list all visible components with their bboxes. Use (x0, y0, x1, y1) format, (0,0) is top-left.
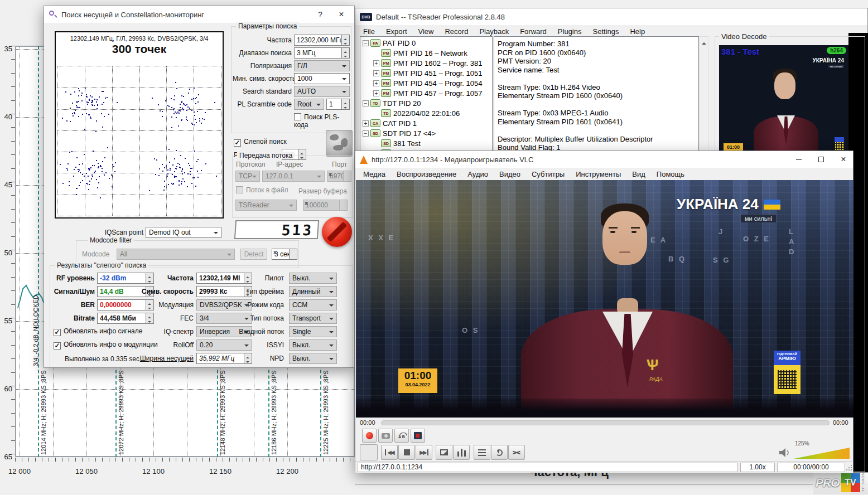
expand-icon[interactable]: + (373, 90, 379, 96)
playlist-button[interactable] (474, 445, 490, 460)
expand-icon[interactable]: + (373, 60, 379, 66)
constellation-point (95, 171, 96, 172)
constellation-point (76, 105, 77, 106)
close-icon[interactable]: × (332, 6, 351, 23)
tree-item[interactable]: +PMPMT PID 457 – Progr. 1057 (360, 88, 492, 98)
detect-interval-spinner[interactable]: 3 сек (272, 249, 297, 260)
stop-icon[interactable] (322, 217, 352, 247)
collapse-icon[interactable]: − (363, 130, 369, 137)
minimize-icon[interactable] (789, 151, 808, 168)
menu-item-file[interactable]: File (358, 26, 380, 37)
snapshot-button[interactable] (378, 429, 393, 443)
detect-button[interactable]: Detect (240, 249, 267, 260)
menu-item-plugins[interactable]: Plugins (552, 26, 587, 37)
result-select[interactable]: Длинный (289, 286, 337, 297)
update-signal-checkbox[interactable]: ✓Обновлять инфо сигнале (54, 327, 142, 336)
speaker-icon[interactable] (778, 448, 790, 458)
seek-bar[interactable] (381, 420, 830, 425)
menu-item-help[interactable]: Help (624, 26, 650, 37)
status-url[interactable]: http://127.0.0.1:1234 (358, 463, 738, 472)
expand-icon[interactable]: + (373, 80, 379, 86)
tsreader-titlebar[interactable]: DVB Default -- TSReader Professional 2.8… (355, 8, 867, 25)
result-select[interactable]: Transport (289, 313, 337, 324)
param-spinner[interactable]: 3 МГц (294, 47, 350, 59)
tree-item[interactable]: +PMPMT PID 451 – Progr. 1051 (360, 68, 492, 78)
param-select[interactable]: Root (294, 99, 324, 110)
tree-item[interactable]: −TDTDT PID 20 (360, 98, 492, 108)
ab-loop-button[interactable]: A B (394, 429, 409, 443)
expand-icon[interactable]: + (363, 120, 369, 127)
param-spinner[interactable]: 12302,000 МГц (294, 35, 350, 46)
record-button[interactable] (362, 429, 377, 443)
tree-item[interactable]: +PMPMT PID 1602 – Progr. 381 (360, 58, 492, 68)
vlc-menu-item[interactable]: Медиа (358, 169, 391, 179)
next-button[interactable]: ▶▶ (416, 445, 432, 460)
port-spinner[interactable]: 6970 (327, 171, 351, 182)
frame-step-button[interactable] (411, 429, 425, 443)
help-button[interactable]: ? (311, 6, 330, 23)
vlc-menu-item[interactable]: Помощь (651, 169, 690, 179)
menu-item-export[interactable]: Export (380, 26, 413, 37)
stop-button[interactable] (398, 445, 415, 460)
vlc-menu-item[interactable]: Воспроизведение (391, 169, 462, 179)
carrier-width-link[interactable]: Ширина несущей (134, 353, 194, 364)
pls-box[interactable] (294, 113, 301, 120)
param-select[interactable]: 1000 (294, 73, 350, 84)
shuffle-button[interactable] (508, 445, 525, 460)
param-select[interactable]: AUTO (294, 86, 350, 97)
iqscan-select[interactable]: Demod IQ out (146, 227, 221, 238)
vlc-titlebar[interactable]: http://127.0.0.1:1234 - Медиапроигрывате… (355, 151, 853, 168)
vlc-menu-item[interactable]: Видео (494, 169, 526, 179)
tree-item[interactable]: −SDSDT PID 17 <4> (360, 128, 492, 138)
vlc-menu-item[interactable]: Вид (626, 169, 651, 179)
expand-icon[interactable]: + (373, 70, 379, 76)
stream-to-file-checkbox[interactable]: Поток в файл (236, 186, 288, 194)
camera-icon (382, 433, 390, 439)
result-select[interactable]: Single (289, 326, 337, 337)
menu-item-view[interactable]: View (413, 26, 440, 37)
previous-button[interactable]: ◀◀ (381, 445, 398, 460)
buffer-spinner[interactable]: 100000 (303, 200, 348, 211)
collapse-icon[interactable]: − (363, 40, 369, 46)
volume-slider[interactable] (794, 448, 850, 459)
scroll-up-icon[interactable] (700, 37, 708, 46)
tree-item[interactable]: −TD2022/04/02 22:01:06 (360, 108, 492, 118)
tree-item[interactable]: −SD381 Test (360, 138, 492, 148)
tree-item[interactable]: +CACAT PID 1 (360, 118, 492, 128)
result-select[interactable]: CCM (289, 299, 337, 310)
stream-to-file-box[interactable] (236, 186, 243, 193)
param-spinner[interactable]: 1 (326, 99, 350, 110)
result-select[interactable]: Выкл. (289, 339, 337, 351)
tree-item[interactable]: −PMPMT PID 16 – Network (360, 48, 492, 58)
menu-item-playback[interactable]: Playback (474, 26, 514, 37)
result-select[interactable]: Выкл. (289, 353, 337, 364)
tree-item[interactable]: −PAPAT PID 0 (360, 38, 492, 48)
fullscreen-button[interactable] (436, 445, 452, 460)
carrier-search-titlebar[interactable]: Поиск несущей и Constellation-мониторинг… (44, 6, 354, 23)
vlc-menu-item[interactable]: Инструменты (570, 169, 626, 179)
playback-rate[interactable]: 1.00x (740, 463, 775, 472)
protocol-select[interactable]: TCP (235, 171, 260, 182)
maximize-icon[interactable] (812, 151, 831, 168)
ip-select[interactable]: 127.0.0.1 (262, 171, 325, 182)
menu-item-record[interactable]: Record (439, 26, 474, 37)
stream-target-select[interactable]: TSReader (235, 200, 297, 211)
modcode-select[interactable]: All (117, 249, 235, 260)
vlc-menu-item[interactable]: Субтитры (526, 169, 570, 179)
collapse-icon[interactable]: − (363, 100, 369, 106)
close-icon[interactable]: × (834, 151, 853, 168)
result-select[interactable]: Выкл. (289, 273, 337, 284)
pls-checkbox[interactable]: Поиск PLS-кода (294, 113, 351, 129)
menu-item-forward[interactable]: Forward (514, 26, 552, 37)
resize-grip[interactable] (846, 464, 852, 471)
menu-item-settings[interactable]: Settings (587, 26, 624, 37)
param-select[interactable]: Г/Л (294, 60, 350, 71)
extended-settings-button[interactable] (453, 445, 470, 460)
pause-button[interactable] (360, 444, 378, 460)
tree-item[interactable]: +PMPMT PID 454 – Progr. 1054 (360, 78, 492, 88)
blind-search-checkbox[interactable]: ✓Слепой поиск (234, 138, 287, 147)
loop-button[interactable] (491, 445, 508, 460)
blind-search-box[interactable]: ✓ (234, 139, 241, 147)
vlc-menu-item[interactable]: Аудио (462, 169, 494, 179)
vlc-video-area[interactable]: X X EE AB QS GJO Z ELADO S Ѱ РАДА (356, 180, 853, 418)
